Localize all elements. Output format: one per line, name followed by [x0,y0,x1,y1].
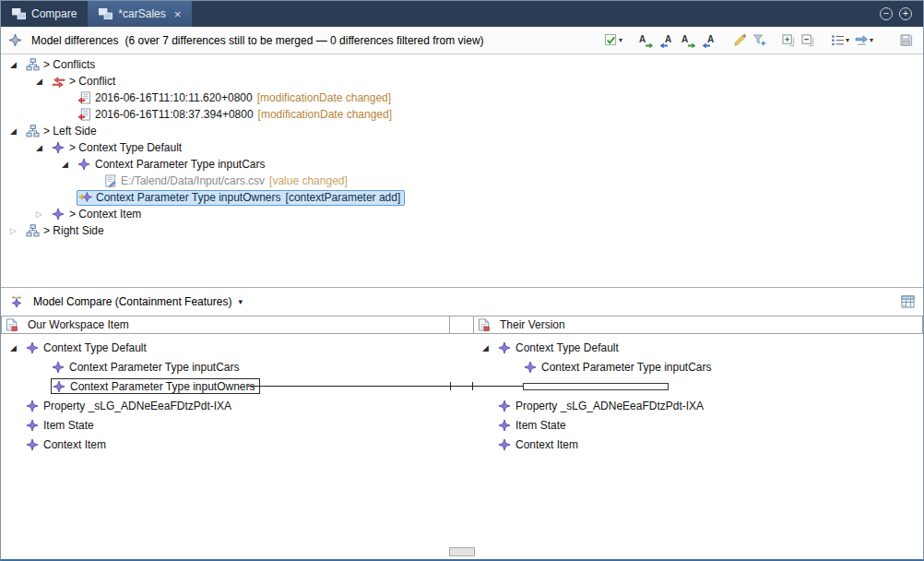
differences-tree: ◢> Conflicts◢> Conflict2016-06-16T11:10:… [1,54,923,287]
tree-row[interactable]: 2016-06-16T11:10:11.620+0800[modificatio… [1,90,923,106]
collapse-all-icon [801,34,815,47]
collapse-arrow-icon[interactable]: ◢ [34,143,51,152]
date-change-icon [77,91,95,104]
compare-view-dropdown-icon[interactable]: ▾ [238,297,243,306]
compare-editor-window: Compare*carSales× − + Model differences … [0,0,924,561]
compare-editor-icon [12,8,26,19]
collapse-all-button[interactable] [800,33,817,48]
tree-item: > Right Side [25,223,108,239]
tree-item-label: 2016-06-16T11:08:37.394+0800 [95,108,254,121]
tree-item: > Conflicts [25,57,99,73]
collapse-arrow-icon[interactable]: ◢ [480,343,497,352]
expand-all-icon [782,34,796,47]
tree-row[interactable]: Context Parameter Type inputCars [473,357,923,376]
tree-row[interactable]: Item State [1,415,450,435]
tree-row[interactable] [473,376,923,396]
diamond-icon [52,208,69,221]
tree-row[interactable]: ◢Context Type Default [473,338,923,357]
tree-row[interactable]: ◢Context Type Default [1,338,450,357]
diamond-icon [498,400,515,412]
expand-arrow-icon[interactable]: ▷ [8,226,25,235]
groups-menu-button[interactable]: ▾ [829,33,851,47]
tree-row[interactable]: ▷> Right Side [1,222,923,239]
save-icon [899,33,913,47]
minimize-button[interactable]: − [880,7,893,20]
toolbar-actions: ▾AAAA▾▾ [601,32,916,49]
collapse-arrow-icon[interactable]: ◢ [8,343,25,352]
tree-item-label: Item State [43,419,94,432]
table-view-icon[interactable] [901,295,915,308]
view-buttons: − + [880,1,923,27]
tree-row[interactable]: ◢> Left Side [1,123,923,139]
tree-row[interactable]: Context Item [473,435,923,454]
copy-all-right-to-left-button[interactable]: A [657,32,677,49]
merged-differences-filter-button[interactable]: ▾ [602,32,624,48]
diff-connector-line [248,386,523,387]
tree-row[interactable]: ◢> Context Type Default [1,139,923,156]
tree-item: Context Type Default [497,340,622,355]
copy-current-right-to-left-icon: A [702,33,717,48]
collapse-arrow-icon[interactable]: ◢ [34,77,51,86]
horizontal-scrollbar[interactable] [449,547,475,556]
tree-row[interactable]: 2016-06-16T11:08:37.394+0800[modificatio… [1,106,923,123]
maximize-button[interactable]: + [899,7,912,20]
filters-button[interactable] [751,32,768,48]
tab-compare[interactable]: Compare [1,1,88,27]
tree-row[interactable]: ◢> Conflict [1,73,923,90]
differences-summary: (6 over 7 differences still to be merged… [125,34,484,47]
tree-row[interactable]: Context Parameter Type inputOwners[conte… [1,189,923,206]
collapse-arrow-icon[interactable]: ◢ [8,60,25,69]
change-annotation: [modificationDate changed] [258,108,392,121]
edit-merge-icon [733,33,747,47]
tree-item: 2016-06-16T11:08:37.394+0800[modificatio… [77,107,396,123]
tree-item: Context Parameter Type inputCars [77,157,269,173]
group-icon [26,58,43,71]
copy-current-right-to-left-button[interactable]: A [700,32,719,49]
tree-row[interactable]: Context Item [1,435,450,454]
diamond-icon [53,380,70,393]
expand-all-button[interactable] [780,33,798,48]
tabs-container: Compare*carSales× [1,1,192,27]
diamond-icon [77,158,95,171]
our-workspace-item-header: Our Workspace Item [1,316,450,334]
tree-item-label: > Context Item [69,208,141,221]
edit-merge-button[interactable] [731,32,749,48]
connector-tick [450,382,451,390]
collapse-arrow-icon[interactable]: ◢ [8,126,25,136]
tree-row[interactable]: E:/Talend/Data/Input/cars.csv[value chan… [1,173,923,189]
editor-tab-bar: Compare*carSales× − + [1,1,923,27]
tree-row[interactable]: ◢Context Parameter Type inputCars [1,156,923,173]
save-button[interactable] [897,32,915,48]
groups-menu-icon [831,34,845,46]
collapse-arrow-icon[interactable]: ◢ [60,160,77,169]
tree-row[interactable]: Property _sLG_ADNeEeaFDtzPdt-IXA [1,396,450,415]
tab-carsales[interactable]: *carSales× [88,1,192,27]
model-compare-icon [9,295,27,309]
tree-item-label: Context Type Default [43,341,147,354]
model-compare-header: Model Compare (Containment Features) ▾ [1,288,923,316]
tree-row[interactable]: Property _sLG_ADNeEeaFDtzPdt-IXA [473,396,923,415]
copy-all-left-to-right-button[interactable]: A [636,32,656,49]
model-differences-toolbar: Model differences (6 over 7 differences … [1,27,923,54]
close-tab-icon[interactable]: × [174,8,182,20]
tree-item: > Context Type Default [51,140,185,156]
their-version-header: Their Version [473,316,923,334]
tree-item-label: > Right Side [43,224,104,237]
tree-row[interactable]: ▷> Context Item [1,206,923,222]
copy-current-left-to-right-button[interactable]: A [679,32,698,49]
selected-tree-item: Context Parameter Type inputOwners[conte… [77,190,405,206]
tree-row[interactable]: Item State [473,415,923,435]
tree-row[interactable]: Context Parameter Type inputCars [1,357,450,376]
filters-menu-button[interactable]: ▾ [853,33,875,47]
date-change-icon [77,108,95,121]
tree-item-label: Property _sLG_ADNeEeaFDtzPdt-IXA [43,400,231,412]
expand-arrow-icon[interactable]: ▷ [34,209,51,219]
copy-current-left-to-right-icon: A [681,33,696,48]
tree-item: Context Parameter Type inputCars [51,359,243,375]
merged-differences-filter-icon [604,33,618,47]
their-version-icon [478,318,495,331]
tree-item: 2016-06-16T11:10:11.620+0800[modificatio… [77,90,395,106]
tree-row[interactable]: ◢> Conflicts [1,56,923,73]
tree-item-label: Context Parameter Type inputCars [69,361,240,374]
boxed-tree-item: Context Parameter Type inputOwners [51,378,260,394]
